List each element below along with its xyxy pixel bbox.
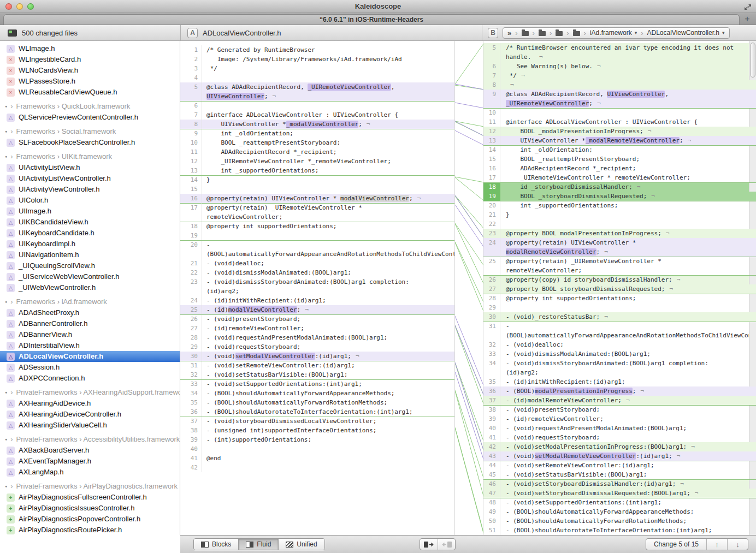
previous-change-button[interactable]: ↑ <box>706 539 727 550</box>
pane-b[interactable]: 5/* RuntimeBrowser encountered an ivar t… <box>483 41 756 535</box>
code-line[interactable]: 24@property(retain) UIViewController * m… <box>483 238 756 257</box>
code-line[interactable]: 19 BOOL _storyboardDismissalRequested;¬ <box>483 192 756 201</box>
code-line[interactable]: 7 */¬ <box>483 71 756 80</box>
code-line[interactable]: 42- (void)setModalPresentationInProgress… <box>483 442 756 451</box>
group-disclosure-icon[interactable]: › <box>10 435 13 443</box>
file-item[interactable]: ×WLReusableCardViewQueue.h <box>0 87 180 98</box>
file-list[interactable]: △WLImage.h×WLIngestibleCard.h×WLNoCardsV… <box>0 41 180 535</box>
group-header[interactable]: ●›Frameworks › iAd.framework <box>0 296 180 307</box>
file-item[interactable]: △UIActivityListViewController.h <box>0 173 180 184</box>
folder-icon[interactable] <box>573 31 580 36</box>
code-line[interactable]: 8 UIViewController *_modalViewController… <box>180 120 454 129</box>
code-text: - (void)setSupportedOrientations:(int)ar… <box>202 379 454 389</box>
next-change-button[interactable]: ↓ <box>727 539 748 550</box>
file-item[interactable]: +AirPlayDiagnosticsRoutePicker.h <box>0 525 180 535</box>
code-line[interactable]: 6 See Warning(s) below.¬ <box>483 62 756 71</box>
file-item[interactable]: △AXHearingAidDeviceController.h <box>0 409 180 420</box>
scrollbar-thumb[interactable] <box>750 43 755 78</box>
code-line[interactable]: 18 id _storyboardDismissalHandler;¬ <box>483 182 756 192</box>
file-item[interactable]: △_UIWebViewController.h <box>0 282 180 293</box>
file-item[interactable]: △ADBannerController.h <box>0 318 180 329</box>
breadcrumb-segment[interactable]: iAd.framework▾ <box>590 29 637 37</box>
file-item[interactable]: ×WLNoCardsView.h <box>0 65 180 76</box>
file-item[interactable]: ×WLPassesStore.h <box>0 76 180 87</box>
breadcrumb-segment[interactable]: ADLocalViewController.h▾ <box>647 29 725 37</box>
breadcrumb-back-icon[interactable]: » <box>507 29 511 37</box>
group-header[interactable]: ●›PrivateFrameworks › AccessibilityUtili… <box>0 434 180 445</box>
code-line[interactable]: 26@property(copy) id storyboardDismissal… <box>483 275 756 284</box>
view-mode-blocks[interactable]: Blocks <box>194 539 239 550</box>
code-line[interactable]: 30- (void)_restoreStatusBar;¬ <box>483 312 756 322</box>
folder-icon[interactable] <box>522 31 529 36</box>
file-item[interactable]: △_UIServiceWebViewController.h <box>0 271 180 282</box>
new-tab-button[interactable]: + <box>742 14 753 25</box>
code-line[interactable]: 25- (id)modalViewController;¬ <box>180 305 454 314</box>
folder-icon[interactable] <box>556 31 563 36</box>
code-line[interactable]: 5/* RuntimeBrowser encountered an ivar t… <box>483 43 756 62</box>
file-item[interactable]: △ADLocalViewController.h <box>0 351 180 362</box>
file-item[interactable]: △UIImage.h <box>0 206 180 217</box>
file-item[interactable]: △ADSession.h <box>0 362 180 373</box>
file-item[interactable]: △ADBannerView.h <box>0 329 180 340</box>
file-item[interactable]: △UINavigationItem.h <box>0 249 180 260</box>
group-disclosure-icon[interactable]: › <box>10 102 13 110</box>
code-line[interactable]: 12 BOOL _modalPresentationInProgress;¬ <box>483 127 756 136</box>
group-disclosure-icon[interactable]: › <box>10 388 13 396</box>
group-header[interactable]: ●›Frameworks › QuickLook.framework <box>0 101 180 112</box>
code-line[interactable]: 46- (void)setStoryboardDismissalHandler:… <box>483 479 756 489</box>
merge-right-button[interactable] <box>420 539 438 550</box>
file-item[interactable]: +AirPlayDiagnosticsFullscreenController.… <box>0 492 180 503</box>
file-item[interactable]: △ADInterstitialView.h <box>0 340 180 351</box>
view-mode-unified[interactable]: Unified <box>279 539 324 550</box>
group-disclosure-icon[interactable]: › <box>10 152 13 160</box>
code-text: - (void)requestAndPresentModalAnimated:(… <box>202 333 454 342</box>
group-header[interactable]: ●›PrivateFrameworks › AirPlayDiagnostics… <box>0 481 180 492</box>
code-line[interactable]: 47- (void)setStoryboardDismissalRequeste… <box>483 489 756 498</box>
code-line[interactable]: 30- (void)setModalViewController:(id)arg… <box>180 352 454 361</box>
group-header[interactable]: ●›PrivateFrameworks › AXHearingAidSuppor… <box>0 387 180 398</box>
file-item[interactable]: △UIActivityListView.h <box>0 162 180 173</box>
file-item[interactable]: △AXHearingAidDevice.h <box>0 398 180 409</box>
group-header[interactable]: ●›Frameworks › UIKit.framework <box>0 151 180 162</box>
file-item[interactable]: △AXBackBoardServer.h <box>0 445 180 456</box>
folder-icon[interactable] <box>539 31 546 36</box>
group-disclosure-icon[interactable]: › <box>10 482 13 490</box>
file-item[interactable]: △AXLangMap.h <box>0 467 180 478</box>
file-item[interactable]: △UIActivityViewController.h <box>0 184 180 195</box>
group-header[interactable]: ●›Frameworks › Social.framework <box>0 126 180 137</box>
group-disclosure-icon[interactable]: › <box>10 298 13 306</box>
file-item[interactable]: △ADAdSheetProxy.h <box>0 307 180 318</box>
code-line[interactable]: 27@property BOOL storyboardDismissalRequ… <box>483 284 756 294</box>
code-line[interactable]: 13 UIViewController *_modalRemoteViewCon… <box>483 136 756 145</box>
file-item[interactable]: ×WLIngestibleCard.h <box>0 54 180 65</box>
code-line[interactable]: 9@class ADAdRecipientRecord, UIViewContr… <box>483 90 756 108</box>
code-text <box>202 231 454 240</box>
code-line[interactable]: 5@class ADAdRecipientRecord, _UIRemoteVi… <box>180 82 454 101</box>
code-line[interactable]: 16@property(retain) UIViewController * m… <box>180 194 454 203</box>
file-item[interactable]: △UIKBCandidateView.h <box>0 217 180 228</box>
code-text: @class ADAdRecipientRecord, _UIRemoteVie… <box>202 82 454 101</box>
code-line[interactable]: 37- (id)modalRemoteViewController;¬ <box>483 396 756 405</box>
file-item[interactable]: △WLImage.h <box>0 43 180 54</box>
code-line[interactable]: 43- (void)setModalRemoteViewController:(… <box>483 451 756 461</box>
group-disclosure-icon[interactable]: › <box>10 127 13 135</box>
code-line[interactable]: 36- (BOOL)modalPresentationInProgress;¬ <box>483 386 756 396</box>
file-item[interactable]: △UIColor.h <box>0 195 180 206</box>
change-status: Change 5 of 15 <box>646 539 706 550</box>
file-item[interactable]: +AirPlayDiagnosticsIssuesController.h <box>0 503 180 514</box>
code-line[interactable]: 8¬ <box>483 80 756 90</box>
file-item[interactable]: △ADXPCConnection.h <box>0 373 180 384</box>
file-item[interactable]: △AXEventTapManager.h <box>0 456 180 467</box>
fullscreen-icon[interactable] <box>744 3 752 13</box>
pane-a[interactable]: 1/* Generated by RuntimeBrowser2 Image: … <box>180 41 454 535</box>
file-item[interactable]: △UIKeyboardImpl.h <box>0 239 180 249</box>
file-item[interactable]: △AXHearingSliderValueCell.h <box>0 420 180 431</box>
file-item[interactable]: △SLFacebookPlaceSearchController.h <box>0 137 180 148</box>
file-item[interactable]: △UIKeyboardCandidate.h <box>0 228 180 239</box>
file-item[interactable]: △_UIQueuingScrollView.h <box>0 260 180 271</box>
view-mode-fluid[interactable]: Fluid <box>239 539 279 550</box>
code-line[interactable]: 23@property BOOL modalPresentationInProg… <box>483 229 756 238</box>
file-item[interactable]: △QLServicePreviewContentController.h <box>0 112 180 123</box>
file-item[interactable]: +AirPlayDiagnosticsPopoverController.h <box>0 514 180 525</box>
comparison-tab[interactable]: “6.0 6.1” in iOS-Runtime-Headers <box>3 14 740 25</box>
